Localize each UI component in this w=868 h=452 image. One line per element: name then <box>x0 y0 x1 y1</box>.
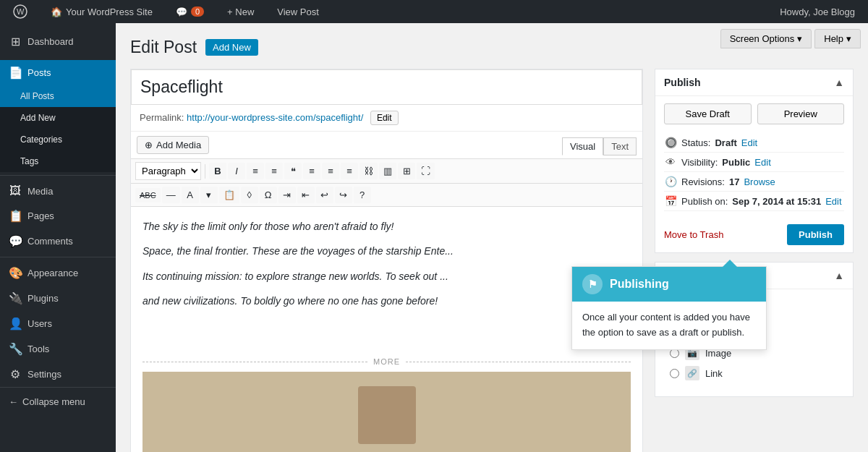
format-radio-link[interactable] <box>670 369 679 378</box>
content-paragraph-1: The sky is the limit only for those who … <box>142 218 631 234</box>
paste-as-text-button[interactable]: 📋 <box>219 187 239 203</box>
sidebar-item-comments[interactable]: 💬 Comments <box>0 229 116 254</box>
sidebar-item-tools[interactable]: 🔧 Tools <box>0 336 116 362</box>
tools-icon: 🔧 <box>9 342 22 356</box>
top-right-buttons: Screen Options ▾ Help ▾ <box>720 29 861 48</box>
redo-button[interactable]: ↪ <box>335 187 352 203</box>
posts-icon: 📄 <box>9 66 22 80</box>
admin-bar: W 🏠 Your WordPress Site 💬 0 + New View P… <box>0 0 868 23</box>
sidebar-item-media[interactable]: 🖼 Media <box>0 179 116 203</box>
collapse-menu[interactable]: ← Collapse menu <box>0 387 116 416</box>
appearance-icon: 🎨 <box>9 266 22 280</box>
permalink-edit-button[interactable]: Edit <box>370 111 399 125</box>
italic-button[interactable]: I <box>228 163 245 179</box>
publish-meta: 🔘 Status: Draft Edit 👁 Visibility: Publi… <box>664 133 844 211</box>
new-content-link[interactable]: + New <box>221 0 260 23</box>
tooltip-flag-icon: ⚑ <box>582 274 603 294</box>
howdy-user[interactable]: Howdy, Joe Blogg <box>774 0 861 23</box>
publish-on-edit-link[interactable]: Edit <box>825 196 841 207</box>
publish-panel-body: Save Draft Preview 🔘 Status: Draft Edit <box>655 96 853 252</box>
blockquote-button[interactable]: ❝ <box>284 163 302 179</box>
revisions-icon: 🕐 <box>664 176 677 187</box>
unordered-list-button[interactable]: ≡ <box>247 163 264 179</box>
wp-logo-link[interactable]: W <box>7 0 33 23</box>
sidebar-item-users[interactable]: 👤 Users <box>0 311 116 336</box>
publish-actions: Save Draft Preview <box>664 103 844 124</box>
horizontal-rule-button[interactable]: — <box>162 187 180 203</box>
insert-more-button[interactable]: ⊞ <box>398 163 415 179</box>
link-button[interactable]: ⛓ <box>359 163 378 179</box>
align-right-button[interactable]: ≡ <box>341 163 358 179</box>
sidebar-item-all-posts[interactable]: All Posts <box>0 85 116 107</box>
plugins-icon: 🔌 <box>9 291 22 305</box>
add-media-button[interactable]: ⊕ Add Media <box>137 136 209 154</box>
text-color-button[interactable]: A <box>182 187 199 203</box>
settings-icon: ⚙ <box>9 367 22 381</box>
help-toolbar-button[interactable]: ? <box>354 187 371 203</box>
editor-toolbar-wrap: ⊕ Add Media Visual Text <box>131 132 642 159</box>
format-panel-toggle[interactable]: ▲ <box>834 270 844 281</box>
more-divider: MORE <box>131 351 642 372</box>
visual-text-tabs: Visual Text <box>562 137 637 155</box>
visibility-icon: 👁 <box>664 156 677 168</box>
sidebar-item-tags[interactable]: Tags <box>0 150 116 172</box>
tab-visual[interactable]: Visual <box>562 137 603 155</box>
move-to-trash-button[interactable]: Move to Trash <box>664 229 723 240</box>
sidebar-item-posts[interactable]: 📄 Posts <box>0 60 116 85</box>
help-button[interactable]: Help ▾ <box>814 29 861 48</box>
publish-panel: Publish ▲ Save Draft Preview 🔘 Status: <box>655 69 854 253</box>
publish-on-row: 📅 Publish on: Sep 7, 2014 at 15:31 Edit <box>664 192 844 211</box>
publish-panel-toggle[interactable]: ▲ <box>834 77 844 88</box>
sidebar: ⊞ Dashboard 📄 Posts All Posts Add New Ca… <box>0 23 116 452</box>
add-new-button[interactable]: Add New <box>205 39 258 56</box>
preview-button[interactable]: Preview <box>757 103 845 124</box>
sidebar-item-add-new[interactable]: Add New <box>0 107 116 129</box>
sidebar-item-appearance[interactable]: 🎨 Appearance <box>0 260 116 286</box>
outdent-button[interactable]: ⇤ <box>297 187 315 203</box>
post-title-input[interactable] <box>131 69 642 105</box>
strikethrough-button[interactable]: ABC <box>135 188 161 202</box>
ordered-list-button[interactable]: ≡ <box>265 163 283 179</box>
screen-options-button[interactable]: Screen Options ▾ <box>720 29 812 48</box>
sidebar-item-categories[interactable]: Categories <box>0 129 116 150</box>
status-icon: 🔘 <box>664 137 677 148</box>
undo-button[interactable]: ↩ <box>316 187 333 203</box>
permalink-url[interactable]: http://your-wordpress-site.com/spaceflig… <box>187 112 363 123</box>
revisions-browse-link[interactable]: Browse <box>744 176 775 187</box>
status-edit-link[interactable]: Edit <box>741 137 757 148</box>
image-placeholder <box>142 372 631 452</box>
fullscreen-button[interactable]: ⛶ <box>417 163 435 179</box>
tab-text[interactable]: Text <box>603 137 637 155</box>
permalink-bar: Permalink: http://your-wordpress-site.co… <box>131 105 642 132</box>
sidebar-item-dashboard[interactable]: ⊞ Dashboard <box>0 29 116 54</box>
align-left-button[interactable]: ≡ <box>303 163 320 179</box>
editor-content[interactable]: The sky is the limit only for those who … <box>131 207 642 351</box>
indent-button[interactable]: ⇥ <box>278 187 296 203</box>
special-char-button[interactable]: Ω <box>260 187 277 203</box>
publish-footer: Move to Trash Publish <box>664 218 844 245</box>
view-post-link[interactable]: View Post <box>271 0 325 23</box>
paragraph-format-select[interactable]: Paragraph <box>135 162 201 180</box>
tooltip-body: Once all your content is added you have … <box>572 302 766 349</box>
tooltip-arrow <box>723 260 737 267</box>
collapse-icon: ← <box>9 396 18 407</box>
revisions-row: 🕐 Revisions: 17 Browse <box>664 172 844 192</box>
bold-button[interactable]: B <box>209 163 226 179</box>
site-name-icon: 🏠 <box>51 7 62 17</box>
visibility-edit-link[interactable]: Edit <box>754 157 770 168</box>
main-content: Screen Options ▾ Help ▾ Edit Post Add Ne… <box>116 23 868 452</box>
publish-button[interactable]: Publish <box>787 224 844 245</box>
comments-link[interactable]: 💬 0 <box>170 0 210 23</box>
sidebar-item-plugins[interactable]: 🔌 Plugins <box>0 286 116 311</box>
clear-formatting-button[interactable]: ◊ <box>241 187 258 203</box>
sidebar-item-pages[interactable]: 📋 Pages <box>0 203 116 229</box>
tinymce-toolbar-row2: ABC — A ▾ 📋 ◊ Ω ⇥ ⇤ ↩ ↪ ? <box>131 184 642 207</box>
save-draft-button[interactable]: Save Draft <box>664 103 752 124</box>
link-format-icon: 🔗 <box>685 366 699 380</box>
screen-options-arrow: ▾ <box>797 33 802 44</box>
site-name-link[interactable]: 🏠 Your WordPress Site <box>45 0 158 23</box>
align-center-button[interactable]: ≡ <box>322 163 339 179</box>
text-color-picker[interactable]: ▾ <box>200 187 218 203</box>
unlink-button[interactable]: ▥ <box>379 163 396 179</box>
sidebar-item-settings[interactable]: ⚙ Settings <box>0 362 116 387</box>
